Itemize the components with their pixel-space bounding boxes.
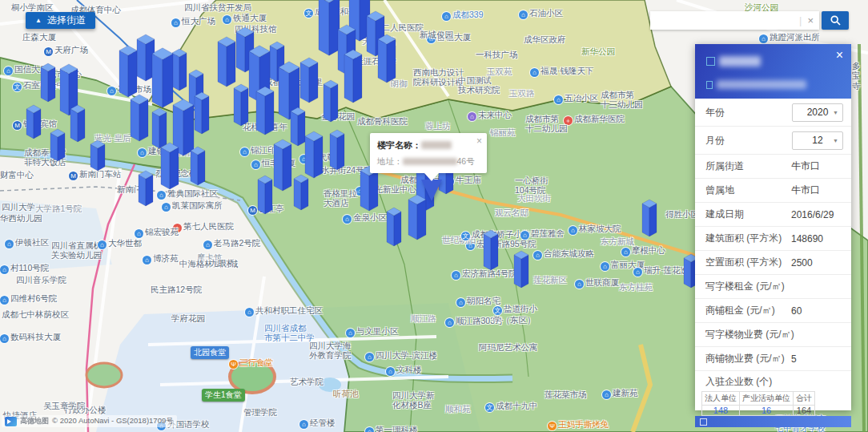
map-stage[interactable]: 桐小学南区成都体育中心庄森大厦四川省扶贫开发局四川科技馆文成都市和平街第二人民医… [0,0,868,432]
select-street-button[interactable]: ▲ 选择街道 [26,12,95,29]
search-box[interactable]: | × [650,11,819,30]
table-value-cell: 16 [740,406,794,416]
building-3d[interactable] [408,195,426,240]
building-3d[interactable] [305,131,323,178]
building-3d[interactable] [172,49,187,91]
building-3d[interactable] [218,37,235,87]
field-label: 建筑面积 (平方米) [705,232,782,245]
popup-address-row: 地址：46号 [377,156,480,168]
panel-row: 商铺租金 (元/㎡)60 [695,299,851,323]
panel-bottom-bar[interactable] [695,416,851,427]
enterprises-section: 入驻企业数 (个) 法人单位产业活动单位合计 14816164 [695,371,851,416]
panel-row: 商铺物业费 (元/㎡)5 [695,347,851,371]
field-label: 写字楼物业费 (元/㎡) [705,328,794,341]
table-value-cell: 164 [794,406,815,416]
panel-row: 年份2020▼ [695,99,851,127]
field-value: 牛市口 [791,184,820,197]
panel-row: 空置面积 (平方米)2500 [695,251,851,275]
field-label: 商铺物业费 (元/㎡) [705,352,785,365]
building-3d[interactable] [344,50,362,103]
panel-header: × [695,44,851,99]
field-label: 商铺租金 (元/㎡) [705,304,775,317]
chevron-down-icon: ▼ [833,110,838,115]
enterprises-table: 法人单位产业活动单位合计 14816164 [701,391,815,416]
field-label: 所属街道 [705,159,744,173]
building-3d[interactable] [642,200,657,236]
building-3d[interactable] [300,58,318,103]
building-3d[interactable] [41,63,55,102]
building-3d[interactable] [319,0,340,55]
field-value: 2500 [791,257,813,268]
map-attribution: 高德地图 © 2020 AutoNavi - GS(2018)1709号 [2,415,177,427]
redacted-panel-address [717,80,806,89]
field-label: 写字楼租金 (元/㎡) [705,280,785,293]
building-3d[interactable] [50,129,65,161]
copyright-text: © 2020 AutoNavi - GS(2018)1709号 [52,416,174,426]
search-button[interactable] [822,11,849,30]
building-3d[interactable] [131,95,148,141]
building-3d[interactable] [514,251,528,288]
building-3d[interactable] [191,147,205,185]
popup-close-icon[interactable]: × [476,135,482,147]
title-icon [706,57,715,66]
dropdown-select[interactable]: 12▼ [792,131,843,150]
field-value: 2016/6/29 [791,209,834,220]
collapse-triangle-icon: ▲ [35,18,42,24]
building-3d[interactable] [161,143,179,189]
popup-building-name-row: 楼宇名称： [377,139,480,151]
building-3d[interactable] [26,105,41,139]
building-3d[interactable] [330,130,344,170]
table-header-cell: 法人单位 [702,392,740,406]
field-label: 曾属地 [705,184,734,197]
field-value: 5 [791,353,797,365]
building-3d[interactable] [90,140,105,171]
panel-close-icon[interactable]: × [836,49,843,62]
search-clear-icon[interactable]: × [802,14,819,26]
address-pin-icon [706,81,713,89]
field-value: 60 [791,305,802,317]
building-info-popup: × 楼宇名称： 地址：46号 [370,133,487,173]
redacted-panel-title [719,56,761,67]
panel-row: 建筑面积 (平方米)148690 [695,227,851,251]
magnifier-icon [830,14,842,26]
panel-row: 写字楼物业费 (元/㎡) [695,323,851,347]
field-label: 月份 [705,134,725,147]
field-label: 年份 [705,106,725,119]
building-3d[interactable] [387,208,401,246]
panel-row: 建成日期2016/6/29 [695,203,851,227]
building-3d[interactable] [195,92,209,134]
building-3d[interactable] [294,175,308,210]
amap-logo-icon [5,417,17,426]
search-input[interactable] [650,11,799,30]
building-3d[interactable] [139,171,153,206]
dropdown-select[interactable]: 2020▼ [792,103,843,122]
panel-row: 所属街道牛市口 [695,155,851,179]
panel-row: 曾属地牛市口 [695,179,851,203]
building-3d[interactable] [234,84,248,126]
building-3d[interactable] [378,34,396,83]
amap-logo-text: 高德地图 [20,416,49,426]
building-3d[interactable] [70,105,85,142]
selected-building-marker[interactable] [421,180,442,201]
building-3d[interactable] [274,139,291,191]
field-label: 建成日期 [705,208,744,221]
field-value: 牛市口 [791,159,820,173]
building-3d[interactable] [256,87,274,135]
panel-row: 月份12▼ [695,127,851,155]
select-street-label: 选择街道 [47,14,86,27]
field-label: 空置面积 (平方米) [705,256,782,269]
table-header-cell: 合计 [794,392,815,406]
building-3d[interactable] [152,108,167,148]
building-3d[interactable] [152,48,173,107]
building-detail-panel: × 年份2020▼月份12▼所属街道牛市口曾属地牛市口建成日期2016/6/29… [695,44,851,410]
field-value: 148690 [791,233,823,244]
enterprises-label: 入驻企业数 (个) [705,375,851,389]
building-3d[interactable] [291,107,305,146]
building-3d[interactable] [258,176,272,214]
table-header-cell: 产业活动单位 [740,392,794,406]
building-3d[interactable] [484,230,498,270]
building-3d[interactable] [119,46,137,97]
redacted-address [403,158,457,165]
building-3d[interactable] [323,80,338,122]
table-value-cell: 148 [702,406,740,416]
